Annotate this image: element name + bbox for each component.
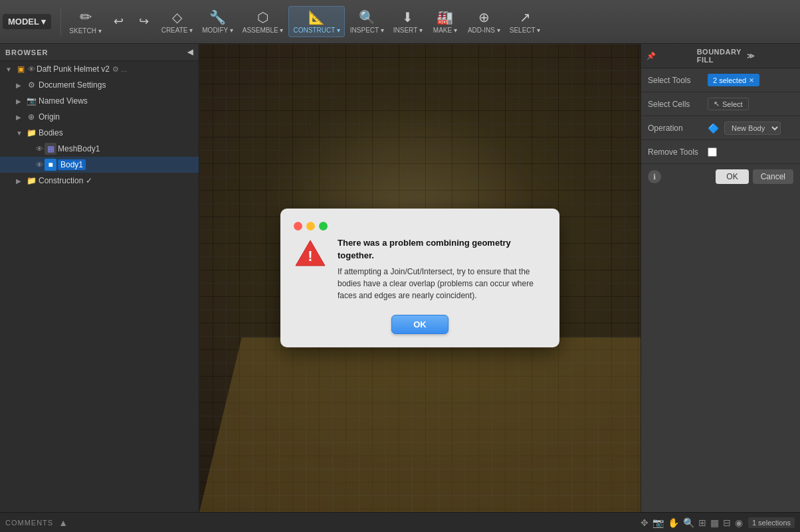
modify-label: MODIFY ▾ bbox=[202, 27, 233, 34]
browser-bodies-item[interactable]: ▼ 📁 Bodies bbox=[0, 125, 199, 141]
operation-dropdown-container: 🔷 New Body Join Cut Intersect bbox=[708, 122, 781, 135]
model-label: MODEL ▾ bbox=[8, 17, 46, 27]
move-icon[interactable]: ✥ bbox=[641, 517, 649, 528]
origin-label: Origin bbox=[39, 112, 60, 122]
create-group[interactable]: ◇ CREATE ▾ bbox=[157, 7, 197, 37]
select-tools-label: Select Tools bbox=[648, 76, 708, 85]
project-label: Daft Punk Helmet v2 bbox=[37, 64, 110, 74]
info-icon[interactable]: ℹ bbox=[648, 170, 661, 183]
operation-row: Operation 🔷 New Body Join Cut Intersect bbox=[641, 116, 800, 140]
grid-icon[interactable]: ⊟ bbox=[723, 517, 731, 528]
inspect-icon: 🔍 bbox=[359, 9, 375, 25]
browser-doc-settings-item[interactable]: ▶ ⚙ Document Settings bbox=[0, 77, 199, 93]
addins-label: ADD-INS ▾ bbox=[468, 27, 500, 34]
cursor-icon: ↖ bbox=[714, 100, 720, 108]
project-expand-arrow: ▼ bbox=[5, 66, 15, 73]
doc-settings-label: Document Settings bbox=[39, 80, 106, 90]
select-label: SELECT ▾ bbox=[510, 27, 541, 34]
make-group[interactable]: 🏭 MAKE ▾ bbox=[428, 7, 462, 37]
toolbar: MODEL ▾ ✏ SKETCH ▾ ↩ ↪ ◇ CREATE ▾ 🔧 MODI… bbox=[0, 0, 800, 44]
browser-project-item[interactable]: ▼ ▣ 👁 Daft Punk Helmet v2 ⚙ ... bbox=[0, 61, 199, 77]
meshbody1-eye: 👁 bbox=[36, 145, 43, 153]
create-icon: ◇ bbox=[172, 9, 182, 25]
select-cells-button[interactable]: ↖ Select bbox=[708, 98, 749, 110]
project-eye-icon: 👁 bbox=[28, 65, 35, 73]
redo-group[interactable]: ↪ bbox=[132, 11, 156, 33]
construct-group[interactable]: 📐 CONSTRUCT ▾ bbox=[288, 6, 344, 37]
browser-panel: BROWSER ◀ ▼ ▣ 👁 Daft Punk Helmet v2 ⚙ ..… bbox=[0, 44, 199, 512]
modify-group[interactable]: 🔧 MODIFY ▾ bbox=[198, 7, 237, 37]
addins-group[interactable]: ⊕ ADD-INS ▾ bbox=[464, 7, 504, 37]
addins-icon: ⊕ bbox=[478, 9, 490, 25]
bottom-bar: COMMENTS ▲ ✥ 📷 ✋ 🔍 ⊞ ▦ ⊟ ◉ 1 selections bbox=[0, 512, 800, 532]
named-views-label: Named Views bbox=[39, 96, 88, 106]
browser-title: BROWSER bbox=[5, 48, 48, 56]
camera-icon[interactable]: 📷 bbox=[652, 517, 664, 528]
sketch-group[interactable]: ✏ SKETCH ▾ bbox=[65, 6, 105, 37]
operation-label: Operation bbox=[648, 124, 708, 133]
remove-tools-checkbox[interactable] bbox=[708, 147, 717, 157]
undo-group[interactable]: ↩ bbox=[107, 11, 131, 33]
construction-label: Construction ✓ bbox=[39, 176, 92, 185]
close-traffic-light[interactable] bbox=[294, 222, 302, 230]
display-icon[interactable]: ▦ bbox=[710, 517, 719, 528]
select-cells-label: Select Cells bbox=[648, 100, 708, 109]
pan-icon[interactable]: ✋ bbox=[668, 517, 679, 528]
warning-icon: ! bbox=[294, 237, 327, 270]
comments-toggle[interactable]: ▲ bbox=[58, 517, 68, 528]
model-menu[interactable]: MODEL ▾ bbox=[3, 14, 51, 29]
insert-group[interactable]: ⬇ INSERT ▾ bbox=[389, 7, 427, 37]
undo-icon: ↩ bbox=[114, 14, 124, 29]
browser-named-views-item[interactable]: ▶ 📷 Named Views bbox=[0, 93, 199, 109]
body1-icon: ■ bbox=[45, 159, 56, 171]
sketch-label: SKETCH ▾ bbox=[69, 27, 101, 35]
origin-expand: ▶ bbox=[16, 114, 25, 121]
traffic-lights bbox=[294, 222, 546, 230]
panel-pin-icon[interactable]: 📌 bbox=[647, 52, 694, 60]
select-tools-row: Select Tools 2 selected × bbox=[641, 68, 800, 92]
meshbody1-label: MeshBody1 bbox=[58, 144, 100, 153]
doc-settings-icon: ⚙ bbox=[25, 79, 37, 91]
select-group[interactable]: ↗ SELECT ▾ bbox=[506, 7, 545, 37]
inspect-group[interactable]: 🔍 INSPECT ▾ bbox=[346, 7, 388, 37]
select-cells-row: Select Cells ↖ Select bbox=[641, 92, 800, 116]
select-icon: ↗ bbox=[520, 9, 531, 25]
remove-tools-row: Remove Tools bbox=[641, 140, 800, 164]
modal-body: If attempting a Join/Cut/Intersect, try … bbox=[338, 266, 546, 302]
selected-badge[interactable]: 2 selected × bbox=[708, 74, 759, 86]
clear-selection-button[interactable]: × bbox=[749, 75, 754, 85]
fit-icon[interactable]: ⊞ bbox=[698, 517, 706, 528]
make-label: MAKE ▾ bbox=[433, 27, 457, 34]
browser-origin-item[interactable]: ▶ ⊕ Origin bbox=[0, 109, 199, 125]
modify-icon: 🔧 bbox=[209, 9, 226, 25]
zoom-icon[interactable]: 🔍 bbox=[683, 517, 694, 528]
select-cells-value: ↖ Select bbox=[708, 98, 793, 110]
browser-body1-item[interactable]: ▶ 👁 ■ Body1 bbox=[0, 157, 199, 173]
render-icon[interactable]: ◉ bbox=[735, 517, 743, 528]
browser-meshbody1-item[interactable]: ▶ 👁 ▦ MeshBody1 bbox=[0, 141, 199, 157]
maximize-traffic-light[interactable] bbox=[319, 222, 328, 230]
origin-icon: ⊕ bbox=[25, 111, 37, 123]
error-dialog: ! There was a problem combining geometry… bbox=[280, 209, 559, 347]
modal-text-container: There was a problem combining geometry t… bbox=[338, 237, 546, 301]
inspect-label: INSPECT ▾ bbox=[350, 27, 384, 34]
browser-collapse-button[interactable]: ◀ bbox=[187, 48, 193, 56]
make-icon: 🏭 bbox=[437, 9, 453, 25]
assemble-group[interactable]: ⬡ ASSEMBLE ▾ bbox=[239, 7, 288, 37]
svg-text:!: ! bbox=[308, 248, 312, 264]
doc-settings-expand: ▶ bbox=[16, 82, 25, 89]
operation-value: 🔷 New Body Join Cut Intersect bbox=[708, 122, 793, 135]
remove-tools-label: Remove Tools bbox=[648, 147, 708, 157]
modal-footer: OK bbox=[294, 315, 546, 334]
construction-icon: 📁 bbox=[25, 175, 37, 187]
operation-select[interactable]: New Body Join Cut Intersect bbox=[724, 122, 781, 135]
panel-ok-button[interactable]: OK bbox=[716, 169, 748, 184]
modal-ok-button[interactable]: OK bbox=[391, 315, 449, 334]
panel-expand-icon[interactable]: ≫ bbox=[747, 52, 795, 60]
body1-label: Body1 bbox=[58, 159, 86, 170]
construction-expand: ▶ bbox=[16, 177, 25, 185]
assemble-label: ASSEMBLE ▾ bbox=[243, 27, 284, 34]
browser-construction-item[interactable]: ▶ 📁 Construction ✓ bbox=[0, 173, 199, 189]
minimize-traffic-light[interactable] bbox=[306, 222, 315, 230]
panel-cancel-button[interactable]: Cancel bbox=[753, 169, 793, 184]
